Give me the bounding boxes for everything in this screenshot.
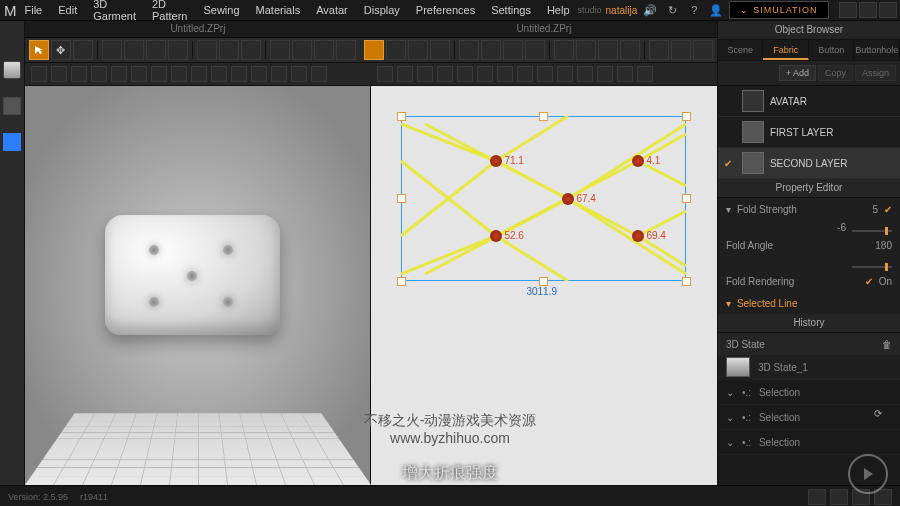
pillow-mesh[interactable] bbox=[105, 215, 280, 335]
tool-button[interactable] bbox=[168, 40, 188, 60]
tool-graphic[interactable] bbox=[241, 40, 261, 60]
history-item[interactable]: ⌄•.:Selection bbox=[718, 430, 900, 455]
pattern-piece[interactable]: 71.14.167.452.669.4 3011.9 bbox=[401, 116, 686, 281]
mini-tool[interactable] bbox=[31, 66, 47, 82]
tool2d-seam[interactable] bbox=[598, 40, 618, 60]
layer-first[interactable]: FIRST LAYER bbox=[718, 117, 900, 148]
mini-tool[interactable] bbox=[91, 66, 107, 82]
mini-tool[interactable] bbox=[151, 66, 167, 82]
menu-preferences[interactable]: Preferences bbox=[408, 2, 483, 18]
tool-arrange[interactable] bbox=[270, 40, 290, 60]
window-close[interactable] bbox=[879, 2, 897, 18]
mini-tool[interactable] bbox=[171, 66, 187, 82]
mid-point[interactable] bbox=[539, 112, 548, 121]
mini-tool[interactable] bbox=[577, 66, 593, 82]
window-min[interactable] bbox=[839, 2, 857, 18]
corner-point[interactable] bbox=[397, 277, 406, 286]
corner-point[interactable] bbox=[682, 112, 691, 121]
menu-display[interactable]: Display bbox=[356, 2, 408, 18]
viewport-2d[interactable]: 71.14.167.452.669.4 3011.9 bbox=[371, 86, 717, 485]
angle-slider[interactable] bbox=[852, 266, 892, 268]
tool2d-circle[interactable] bbox=[481, 40, 501, 60]
mini-tool[interactable] bbox=[131, 66, 147, 82]
user-icon[interactable]: 👤 bbox=[707, 1, 725, 19]
corner-point[interactable] bbox=[682, 277, 691, 286]
mini-tool[interactable] bbox=[477, 66, 493, 82]
mini-tool[interactable] bbox=[377, 66, 393, 82]
mini-tool[interactable] bbox=[191, 66, 207, 82]
tool2d-edit[interactable] bbox=[386, 40, 406, 60]
mid-point[interactable] bbox=[682, 194, 691, 203]
help-icon[interactable]: ? bbox=[685, 1, 703, 19]
tab-scene[interactable]: Scene bbox=[718, 40, 764, 60]
mid-point[interactable] bbox=[539, 277, 548, 286]
tool-pin[interactable] bbox=[73, 40, 93, 60]
tool2d-trace[interactable] bbox=[649, 40, 669, 60]
window-max[interactable] bbox=[859, 2, 877, 18]
trash-icon[interactable]: 🗑 bbox=[882, 339, 892, 350]
view-mode-icon[interactable] bbox=[808, 489, 826, 505]
menu-help[interactable]: Help bbox=[539, 2, 578, 18]
history-item[interactable]: ⌄•.:Selection bbox=[718, 405, 900, 430]
sync-icon[interactable]: ↻ bbox=[663, 1, 681, 19]
mini-tool[interactable] bbox=[51, 66, 67, 82]
tab-button[interactable]: Button bbox=[809, 40, 855, 60]
mini-tool[interactable] bbox=[637, 66, 653, 82]
prop-value[interactable]: 5 bbox=[872, 204, 878, 215]
copy-button[interactable]: Copy bbox=[818, 65, 853, 81]
tool2d-baseline[interactable] bbox=[576, 40, 596, 60]
tool2d-align[interactable] bbox=[693, 40, 713, 60]
tool2d-select[interactable] bbox=[364, 40, 384, 60]
add-button[interactable]: + Add bbox=[779, 65, 816, 81]
tool-texture[interactable] bbox=[197, 40, 217, 60]
viewport-3d[interactable] bbox=[25, 86, 372, 485]
mini-tool[interactable] bbox=[397, 66, 413, 82]
tool2d-rect[interactable] bbox=[459, 40, 479, 60]
layer-avatar[interactable]: AVATAR bbox=[718, 86, 900, 117]
mini-tool[interactable] bbox=[71, 66, 87, 82]
mini-tool[interactable] bbox=[417, 66, 433, 82]
assign-button[interactable]: Assign bbox=[855, 65, 896, 81]
tool2d-notch[interactable] bbox=[620, 40, 640, 60]
mannequin-icon[interactable] bbox=[3, 97, 21, 115]
menu-materials[interactable]: Materials bbox=[248, 2, 309, 18]
history-state-item[interactable]: 3D State_1 bbox=[718, 355, 900, 380]
menu-file[interactable]: File bbox=[17, 2, 51, 18]
tool-move[interactable]: ✥ bbox=[51, 40, 71, 60]
mini-tool[interactable] bbox=[597, 66, 613, 82]
menu-edit[interactable]: Edit bbox=[50, 2, 85, 18]
mini-tool[interactable] bbox=[537, 66, 553, 82]
prop-fold-rendering[interactable]: Fold Rendering ✔ On bbox=[718, 270, 900, 292]
tool-select-arrow[interactable] bbox=[29, 40, 49, 60]
menu-settings[interactable]: Settings bbox=[483, 2, 539, 18]
texture-mode-icon[interactable] bbox=[3, 133, 21, 151]
mini-tool[interactable] bbox=[517, 66, 533, 82]
tool2d-symm[interactable] bbox=[671, 40, 691, 60]
strength-slider[interactable] bbox=[852, 230, 892, 232]
mini-tool[interactable] bbox=[291, 66, 307, 82]
tool-tack[interactable] bbox=[146, 40, 166, 60]
avatar-preset-icon[interactable] bbox=[3, 61, 21, 79]
simulation-button[interactable]: ⌄ SIMULATION bbox=[729, 1, 828, 19]
tool2d-addpoint[interactable] bbox=[430, 40, 450, 60]
play-icon[interactable] bbox=[848, 454, 888, 494]
tab-fabric[interactable]: Fabric bbox=[763, 40, 809, 60]
mini-tool[interactable] bbox=[617, 66, 633, 82]
menu-sewing[interactable]: Sewing bbox=[195, 2, 247, 18]
history-item[interactable]: ⌄•.:Selection bbox=[718, 380, 900, 405]
tool-layer[interactable] bbox=[314, 40, 334, 60]
tool2d-poly[interactable] bbox=[503, 40, 523, 60]
tool-steam[interactable] bbox=[336, 40, 356, 60]
mini-tool[interactable] bbox=[211, 66, 227, 82]
tool2d-dart[interactable] bbox=[525, 40, 545, 60]
volume-icon[interactable]: 🔊 bbox=[641, 1, 659, 19]
tab-buttonhole[interactable]: Buttonhole bbox=[854, 40, 900, 60]
menu-avatar[interactable]: Avatar bbox=[308, 2, 356, 18]
mini-tool[interactable] bbox=[251, 66, 267, 82]
mini-tool[interactable] bbox=[497, 66, 513, 82]
tool-mesh[interactable] bbox=[102, 40, 122, 60]
layer-second[interactable]: ✔SECOND LAYER bbox=[718, 148, 900, 179]
refresh-icon[interactable]: ⟳ bbox=[874, 408, 892, 426]
mini-tool[interactable] bbox=[271, 66, 287, 82]
prop-fold-angle[interactable]: Fold Angle 180 bbox=[718, 234, 900, 256]
